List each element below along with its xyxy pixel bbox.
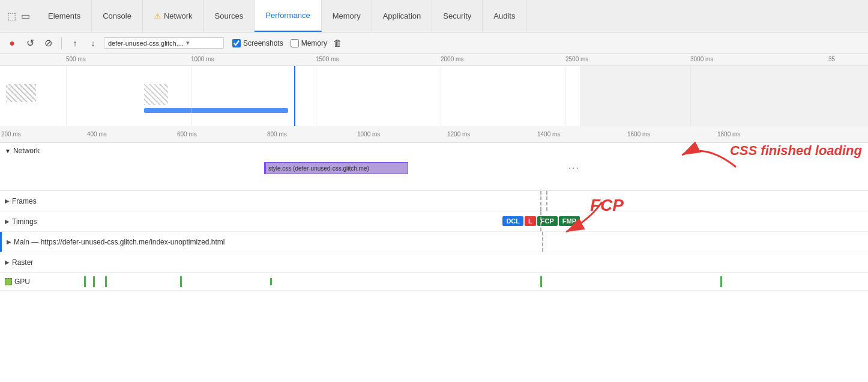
refresh-button[interactable]: ↺ bbox=[23, 36, 37, 50]
vline-3000 bbox=[690, 66, 691, 126]
vline-2500 bbox=[565, 66, 566, 126]
three-dots: ··· bbox=[568, 163, 580, 174]
screenshots-checkbox-label[interactable]: Screenshots bbox=[232, 39, 283, 47]
badge-fmp: FMP bbox=[559, 216, 580, 226]
tab-memory[interactable]: Memory bbox=[322, 0, 372, 32]
top-ruler: 500 ms 1000 ms 1500 ms 2000 ms 2500 ms 3… bbox=[0, 54, 868, 66]
separator1 bbox=[61, 37, 62, 49]
tab-sources[interactable]: Sources bbox=[204, 0, 255, 32]
tab-performance[interactable]: Performance bbox=[255, 0, 321, 32]
ruler-tick-2000: 2000 ms bbox=[441, 54, 463, 62]
network-item-row: style.css (defer-unused-css.glitch.me) ·… bbox=[0, 159, 868, 178]
vline-1500 bbox=[316, 66, 316, 126]
tab-security[interactable]: Security bbox=[432, 0, 483, 32]
playhead-line[interactable] bbox=[294, 66, 295, 126]
main-label: Main — https://defer-unused-css.glitch.m… bbox=[14, 238, 225, 246]
main-arrow: ▶ bbox=[7, 238, 11, 245]
tab-network[interactable]: ⚠ Network bbox=[143, 0, 204, 32]
checkbox-group: Screenshots Memory bbox=[232, 39, 327, 47]
record-button[interactable]: ● bbox=[5, 36, 19, 50]
timings-label: Timings bbox=[12, 217, 37, 226]
gpu-bar-4 bbox=[180, 276, 182, 287]
gpu-bar-3 bbox=[105, 276, 107, 287]
tab-application[interactable]: Application bbox=[372, 0, 433, 32]
download-button[interactable]: ↓ bbox=[86, 36, 100, 50]
raster-arrow: ▶ bbox=[5, 259, 10, 265]
toolbar: ● ↺ ⊘ ↑ ↓ defer-unused-css.glitch.... ▾ … bbox=[0, 32, 868, 54]
ruler-tick-3000: 3000 ms bbox=[690, 54, 713, 62]
stop-button[interactable]: ⊘ bbox=[41, 36, 55, 50]
tab-bar: ⬚ ▭ Elements Console ⚠ Network Sources P… bbox=[0, 0, 868, 32]
raster-row[interactable]: ▶ Raster bbox=[0, 252, 868, 273]
device-icon[interactable]: ▭ bbox=[21, 10, 30, 22]
gpu-bar-6 bbox=[540, 276, 542, 287]
dropdown-arrow: ▾ bbox=[186, 39, 190, 47]
timings-row[interactable]: ▶ Timings DCL L FCP FMP bbox=[0, 211, 868, 232]
memory-checkbox-label[interactable]: Memory bbox=[291, 39, 327, 47]
gpu-bars-container bbox=[60, 273, 868, 290]
ruler-low-1200: 1200 ms bbox=[447, 131, 470, 138]
ruler-tick-1000: 1000 ms bbox=[191, 54, 214, 62]
gpu-bar-5 bbox=[270, 278, 272, 285]
tab-elements[interactable]: Elements bbox=[37, 0, 92, 32]
trash-button[interactable]: 🗑 bbox=[333, 38, 342, 48]
gpu-bar-7 bbox=[720, 276, 722, 287]
dashed-line-main bbox=[542, 232, 543, 252]
network-arrow: ▼ bbox=[5, 148, 11, 154]
badge-dcl: DCL bbox=[502, 216, 523, 226]
vline-1000 bbox=[191, 66, 191, 126]
gpu-bar-2 bbox=[93, 276, 95, 287]
warn-icon: ⚠ bbox=[154, 11, 161, 21]
css-bar-text: style.css (defer-unused-css.glitch.me) bbox=[268, 165, 369, 172]
ruler-low-1000: 1000 ms bbox=[357, 131, 380, 138]
bottom-panel: ▶ Frames ▶ Timings DCL L FCP FMP ▶ Main … bbox=[0, 191, 868, 382]
ruler-low-1600: 1600 ms bbox=[627, 131, 650, 138]
lower-ruler: 200 ms 400 ms 600 ms 800 ms 1000 ms 1200… bbox=[0, 126, 868, 143]
screenshots-checkbox[interactable] bbox=[232, 39, 241, 47]
ruler-tick-35: 35 bbox=[828, 54, 835, 62]
dashed-line-timings bbox=[540, 211, 541, 231]
main-row[interactable]: ▶ Main — https://defer-unused-css.glitch… bbox=[0, 232, 868, 252]
memory-checkbox[interactable] bbox=[291, 39, 299, 47]
frames-row[interactable]: ▶ Frames bbox=[0, 191, 868, 211]
dashed-line-1 bbox=[540, 191, 541, 211]
ruler-low-400: 400 ms bbox=[87, 131, 107, 138]
network-timeline-bar bbox=[144, 108, 288, 113]
gpu-color-box bbox=[5, 278, 12, 285]
url-dropdown[interactable]: defer-unused-css.glitch.... ▾ bbox=[104, 37, 224, 49]
frames-arrow: ▶ bbox=[5, 198, 10, 204]
network-section-header[interactable]: ▼ Network bbox=[0, 143, 868, 159]
flame-shape-1 bbox=[6, 84, 36, 102]
timings-arrow: ▶ bbox=[5, 218, 10, 225]
gpu-row[interactable]: GPU bbox=[0, 273, 868, 291]
ruler-low-600: 600 ms bbox=[177, 131, 197, 138]
badge-l: L bbox=[525, 216, 536, 226]
gpu-text: GPU bbox=[14, 277, 30, 286]
main-content: 500 ms 1000 ms 1500 ms 2000 ms 2500 ms 3… bbox=[0, 54, 868, 382]
tab-console[interactable]: Console bbox=[92, 0, 143, 32]
timeline-graph bbox=[0, 66, 868, 126]
gpu-label: GPU bbox=[5, 277, 30, 286]
raster-label: Raster bbox=[12, 258, 33, 267]
gray-region bbox=[580, 66, 868, 126]
ruler-low-200: 200 ms bbox=[1, 131, 21, 138]
tab-audits[interactable]: Audits bbox=[483, 0, 526, 32]
ruler-tick-500: 500 ms bbox=[66, 54, 86, 62]
vline-2000 bbox=[441, 66, 441, 126]
ruler-low-1800: 1800 ms bbox=[717, 131, 740, 138]
cursor-icon[interactable]: ⬚ bbox=[7, 10, 16, 22]
upload-button[interactable]: ↑ bbox=[68, 36, 82, 50]
screenshots-label: Screenshots bbox=[243, 39, 283, 47]
network-label: Network bbox=[13, 147, 40, 155]
dashed-line-2 bbox=[546, 191, 547, 211]
memory-label: Memory bbox=[301, 39, 327, 47]
ruler-low-1400: 1400 ms bbox=[537, 131, 560, 138]
network-section: ▼ Network style.css (defer-unused-css.gl… bbox=[0, 143, 868, 191]
gpu-bar-1 bbox=[84, 276, 86, 287]
css-resource-bar[interactable]: style.css (defer-unused-css.glitch.me) bbox=[264, 162, 408, 174]
url-text: defer-unused-css.glitch.... bbox=[108, 40, 184, 47]
vline-500 bbox=[66, 66, 67, 126]
ruler-tick-2500: 2500 ms bbox=[565, 54, 588, 62]
devtools-icon-group: ⬚ ▭ bbox=[0, 0, 37, 32]
frames-label: Frames bbox=[12, 197, 37, 205]
